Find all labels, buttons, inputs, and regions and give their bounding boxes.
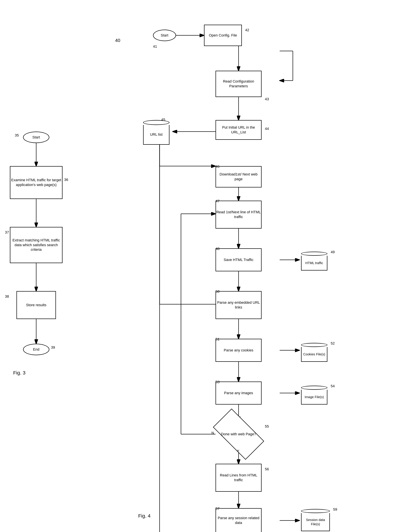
fig4-readlines-rect: Read Lines from HTML traffic — [215, 464, 262, 492]
fig3-end-label: End — [33, 347, 39, 352]
fig4-parseurl-number: 50 — [215, 290, 220, 294]
fig4-readlines-number: 56 — [265, 467, 269, 471]
fig4-imagefiles-cylinder: Image File(s) — [301, 386, 327, 405]
fig4-parseurl-label: Parse any embedded URL links — [216, 300, 261, 310]
fig3-extract-number: 37 — [5, 230, 9, 234]
diagram-container: Start 35 Examine HTML traffic for target… — [0, 0, 408, 532]
fig4-readline-rect: Read 1st/Next line of HTML traffic — [215, 201, 262, 229]
fig3-extract-rect: Extract matching HTML traffic data which… — [10, 227, 62, 263]
fig3-start-number: 35 — [15, 133, 19, 137]
fig3-examine-rect: Examine HTML traffic for target applicat… — [10, 166, 62, 199]
fig4-parsecookies-rect: Parse any cookies — [215, 339, 262, 362]
fig4-savehtml-label: Save HTML Traffic — [224, 258, 254, 262]
fig4-openconfig-label: Open Config. File — [209, 33, 237, 38]
fig4-savehtml-rect: Save HTML Traffic — [215, 248, 262, 271]
fig4-parsesession-number: 57 — [215, 507, 220, 511]
fig3-examine-number: 36 — [64, 178, 68, 182]
fig4-parsesession-rect: Parse any session related data — [215, 508, 262, 532]
fig3-examine-label: Examine HTML traffic for target applicat… — [10, 178, 62, 187]
fig4-start-number: 41 — [153, 44, 157, 49]
fig3-start-oval: Start — [23, 132, 49, 143]
fig3-start-label: Start — [32, 135, 40, 140]
fig4-urllist-number: 45 — [161, 117, 165, 122]
fig4-donewebpage-label: Done with web Page? — [221, 432, 256, 436]
fig4-puturl-label: Put Initial URL in the URL_List — [216, 125, 261, 134]
fig3-end-oval: End — [23, 344, 49, 355]
fig4-readline-number: 47 — [215, 199, 220, 203]
fig4-parseurl-rect: Parse any embedded URL links — [215, 291, 262, 319]
fig4-cookiesfile-cylinder: Cookies File(s) — [301, 343, 327, 362]
fig4-download-label: Download1st/ Next web page — [216, 172, 261, 181]
fig4-parseimages-number: 53 — [215, 380, 220, 384]
fig4-readconfig-number: 43 — [265, 97, 269, 101]
fig4-puturl-number: 44 — [265, 127, 269, 131]
fig4-sessiondata-number: 59 — [333, 507, 337, 512]
fig4-donewebpage-diamond: Done with web Page? — [215, 421, 262, 447]
fig4-imagefiles-number: 54 — [331, 384, 335, 388]
done-n-label: N — [211, 431, 214, 435]
fig4-imagefiles-label: Image File(s) — [305, 395, 324, 399]
fig4-cookiesfile-number: 52 — [331, 341, 335, 346]
fig4-openconfig-rect: Open Config. File — [204, 25, 242, 46]
fig4-savehtml-number: 48 — [215, 247, 220, 251]
fig3-end-number: 39 — [51, 345, 55, 350]
fig4-download-number: 46 — [215, 165, 220, 169]
fig4-sessiondata-cylinder: Session data File(s) — [301, 509, 330, 531]
fig3-store-label: Store results — [26, 303, 46, 308]
fig4-readline-label: Read 1st/Next line of HTML traffic — [216, 210, 261, 219]
fig4-sessiondata-label: Session data File(s) — [302, 518, 329, 526]
fig4-parsecookies-number: 51 — [215, 337, 220, 341]
fig4-download-rect: Download1st/ Next web page — [215, 166, 262, 187]
fig4-parsecookies-label: Parse any cookies — [224, 348, 253, 353]
fig3-store-number: 38 — [5, 294, 9, 299]
fig4-htmltraffic-label: HTML traffic — [305, 261, 323, 265]
fig3-label: Fig. 3 — [13, 370, 26, 376]
fig4-openconfig-number: 42 — [245, 28, 249, 32]
fig4-parsesession-label: Parse any session related data — [216, 516, 261, 525]
fig4-parseimages-label: Parse any images — [224, 391, 253, 396]
arrows-layer — [0, 0, 408, 532]
fig4-parseimages-rect: Parse any images — [215, 382, 262, 405]
fig3-store-rect: Store results — [17, 291, 56, 319]
fig4-readconfig-rect: Read Configuration Parameters — [215, 71, 262, 97]
fig4-urllist-cylinder: URL list — [143, 120, 170, 145]
fig4-htmltraffic-cylinder: HTML traffic — [301, 252, 327, 271]
fig4-cookiesfile-label: Cookies File(s) — [303, 352, 325, 356]
done-y-label: Y — [237, 449, 239, 453]
fig4-readconfig-label: Read Configuration Parameters — [216, 79, 261, 89]
fig4-label: Fig. 4 — [138, 513, 151, 519]
fig4-puturl-rect: Put Initial URL in the URL_List — [215, 120, 262, 140]
fig4-start-oval: Start — [153, 30, 176, 41]
fig4-readlines-label: Read Lines from HTML traffic — [216, 473, 261, 482]
fig4-donewebpage-number: 55 — [265, 424, 269, 429]
fig4-htmltraffic-number: 49 — [331, 250, 335, 254]
fig4-urllist-label: URL list — [150, 132, 162, 137]
fig4-start-label: Start — [161, 33, 168, 38]
fig4-number: 40 — [115, 38, 120, 43]
fig3-extract-label: Extract matching HTML traffic data which… — [10, 238, 62, 252]
